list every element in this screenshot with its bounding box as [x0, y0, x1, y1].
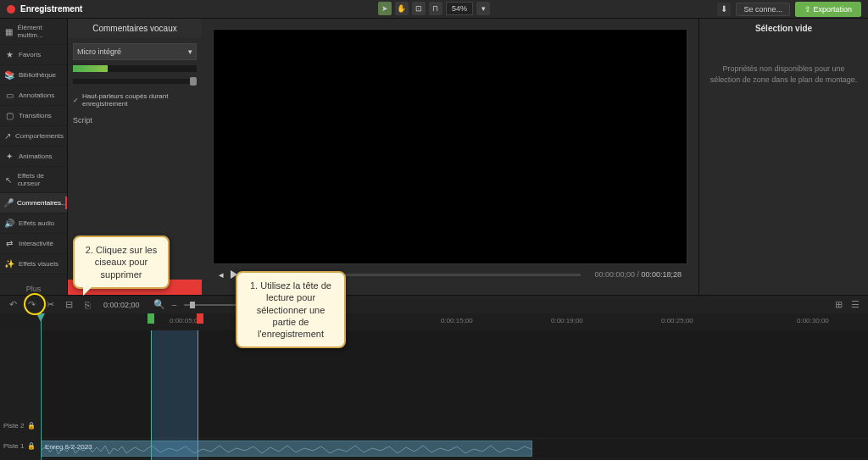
panel-title: Commentaires vocaux — [68, 19, 202, 38]
ruler-tick: 0:00:15;00 — [441, 317, 473, 324]
check-icon: ✓ — [73, 97, 79, 104]
sidebar-label: Effets audio — [19, 219, 54, 227]
properties-message: Propriétés non disponibles pour une séle… — [699, 38, 868, 110]
interact-icon: ⇄ — [3, 239, 15, 248]
sidebar-item-visual-fx[interactable]: ✨Effets visuels — [0, 254, 67, 274]
sidebar-item-media[interactable]: ▦Élément multim... — [0, 19, 67, 45]
sidebar-label: Comportements — [15, 132, 64, 140]
sidebar-label: Annotations — [19, 91, 54, 99]
lock-icon: 🔒 — [27, 422, 36, 430]
behavior-icon: ↗ — [3, 131, 12, 141]
sidebar-label: Interactivité — [19, 240, 53, 247]
left-sidebar: ▦Élément multim... ★Favoris 📚Bibliothèqu… — [0, 19, 68, 295]
mute-speakers-checkbox[interactable]: ✓Haut-parleurs coupés durant enregistrem… — [73, 92, 197, 108]
app-title: Enregistrement — [20, 4, 82, 14]
sidebar-item-cursor-effects[interactable]: ↖Effets de curseur — [0, 167, 67, 193]
minus-icon[interactable]: − — [169, 299, 181, 311]
record-indicator-icon — [7, 5, 15, 14]
sidebar-item-audio-fx[interactable]: 🔊Effets audio — [0, 213, 67, 234]
cursor-fx-icon: ↖ — [3, 175, 14, 185]
sidebar-item-annotations[interactable]: ▭Annotations — [0, 86, 67, 106]
sidebar-item-behaviors[interactable]: ↗Comportements — [0, 126, 67, 147]
signin-button[interactable]: Se conne... — [736, 3, 790, 16]
tl-settings-icon[interactable]: ☰ — [849, 299, 861, 311]
sidebar-label: Effets visuels — [19, 260, 58, 268]
split-icon[interactable]: ⊟ — [63, 299, 75, 311]
export-label: Exportation — [813, 5, 852, 14]
chevron-down-icon: ▾ — [188, 47, 192, 56]
zoom-level[interactable]: 54% — [446, 2, 473, 15]
undo-icon[interactable]: ↶ — [7, 299, 19, 311]
zoom-slider[interactable] — [184, 304, 243, 306]
download-icon[interactable]: ⬇ — [717, 3, 731, 16]
zoom-dropdown-icon[interactable]: ▾ — [476, 2, 490, 15]
selection-end-marker[interactable] — [197, 313, 203, 324]
selection-region[interactable] — [151, 330, 198, 460]
timeline-ruler[interactable]: 0:00:05;00 0:00:10;00 0:00:15;00 0:00:19… — [0, 313, 868, 330]
speaker-icon: 🔊 — [3, 219, 15, 228]
time-display: 00:00:00;00 / 00:00:18;28 — [594, 270, 682, 279]
export-button[interactable]: ⇪ Exportation — [795, 2, 861, 17]
top-tools: ➤ ✋ ⊡ ⊓ 54% ▾ — [378, 2, 490, 15]
sidebar-label: Animations — [19, 152, 53, 160]
mute-label: Haut-parleurs coupés durant enregistreme… — [82, 92, 197, 108]
mic-dropdown[interactable]: Micro intégré▾ — [73, 43, 197, 60]
waveform-icon — [42, 444, 532, 456]
sidebar-item-transitions[interactable]: ▢Transitions — [0, 106, 67, 126]
annotation-icon: ▭ — [3, 91, 15, 100]
sidebar-item-favorites[interactable]: ★Favoris — [0, 45, 67, 65]
preview-canvas[interactable] — [213, 29, 687, 264]
script-label[interactable]: Script — [73, 116, 197, 125]
audio-clip[interactable]: Enreg 8-2-2023 — [41, 441, 532, 457]
ruler-tick: 0:00:30;00 — [797, 317, 829, 324]
timeline-toolbar: ↶ ↷ ✂ ⊟ ⎘ 0:00:02;00 🔍 − + ⊞ ☰ — [0, 295, 868, 313]
zoom-out-icon[interactable]: 🔍 — [153, 299, 165, 311]
mic-label: Micro intégré — [77, 47, 121, 56]
track-labels: Piste 2🔒 Piste 1🔒 — [0, 330, 41, 460]
ruler-tick: 0:00:19;00 — [551, 317, 583, 324]
timeline-tracks: Piste 2🔒 Piste 1🔒 Enreg 8-2-2023 — [0, 330, 868, 460]
magnet-tool-icon[interactable]: ⊓ — [429, 2, 442, 15]
copy-icon[interactable]: ⎘ — [81, 299, 93, 311]
redo-icon[interactable]: ↷ — [25, 299, 37, 311]
mic-gain-slider[interactable] — [73, 79, 197, 84]
star-icon: ★ — [3, 50, 15, 59]
cursor-tool-icon[interactable]: ➤ — [378, 2, 392, 15]
mic-icon: 🎤 — [3, 198, 14, 208]
sidebar-label: Commentaires... — [17, 199, 67, 207]
hand-tool-icon[interactable]: ✋ — [395, 2, 409, 15]
lock-icon: 🔒 — [27, 442, 36, 450]
canvas-area: ◂ ▸ 00:00:00;00 / 00:00:18;28 — [202, 19, 698, 295]
transition-icon: ▢ — [3, 111, 15, 120]
properties-title: Sélection vide — [699, 19, 868, 38]
sidebar-item-animations[interactable]: ✦Animations — [0, 147, 67, 167]
properties-panel: Sélection vide Propriétés non disponible… — [698, 19, 868, 295]
tl-expand-icon[interactable]: ⊞ — [832, 299, 844, 311]
crop-tool-icon[interactable]: ⊡ — [412, 2, 426, 15]
sidebar-label: Favoris — [19, 51, 41, 58]
sidebar-label: Effets de curseur — [18, 172, 64, 187]
selection-start-marker[interactable] — [147, 313, 154, 324]
mic-level-meter — [73, 65, 197, 72]
playhead[interactable] — [41, 313, 42, 460]
playhead-time: 0:00:02;00 — [103, 301, 140, 309]
animation-icon: ✦ — [3, 152, 15, 161]
sidebar-label: Bibliothèque — [19, 71, 56, 79]
sidebar-label: Transitions — [19, 112, 52, 119]
ruler-tick: 0:00:25;00 — [661, 317, 693, 324]
sidebar-label: Élément multim... — [17, 24, 64, 39]
track-label-1[interactable]: Piste 1🔒 — [3, 442, 36, 450]
top-bar: Enregistrement ➤ ✋ ⊡ ⊓ 54% ▾ ⬇ Se conne.… — [0, 0, 868, 19]
prev-frame-icon[interactable]: ◂ — [219, 269, 224, 280]
sidebar-item-interactivity[interactable]: ⇄Interactivité — [0, 234, 67, 254]
sparkle-icon: ✨ — [3, 259, 15, 269]
library-icon: 📚 — [3, 70, 15, 80]
track-label-2[interactable]: Piste 2🔒 — [3, 422, 36, 430]
sidebar-item-voice[interactable]: 🎤Commentaires... — [0, 193, 67, 213]
sidebar-item-library[interactable]: 📚Bibliothèque — [0, 65, 67, 86]
cut-scissors-icon[interactable]: ✂ — [44, 299, 56, 311]
tutorial-callout-1: 1. Utilisez la tête de lecture pour séle… — [236, 271, 346, 348]
tutorial-callout-2: 2. Cliquez sur les ciseaux pour supprime… — [73, 236, 170, 289]
media-icon: ▦ — [3, 27, 14, 36]
